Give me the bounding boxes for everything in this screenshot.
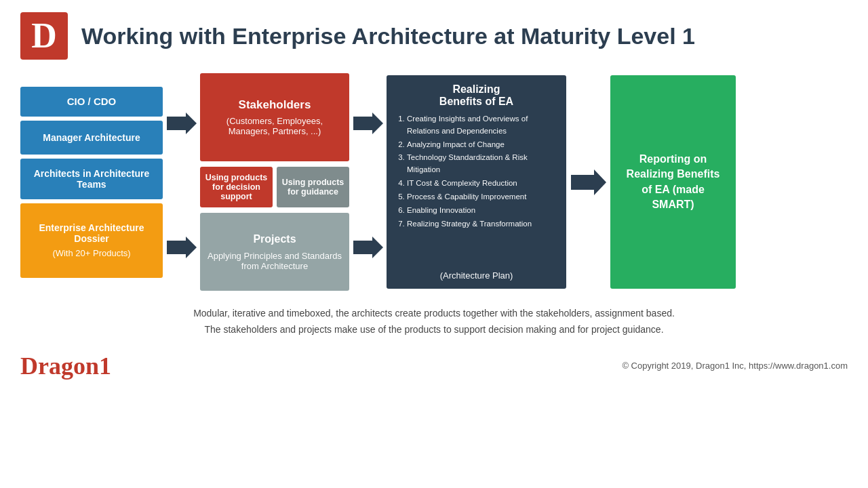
architects-box: Architects in Architecture Teams [20,159,163,199]
arrow2-top [353,113,383,134]
cio-box: CIO / CDO [20,87,163,117]
col4-text: Reporting on Realizing Benefits of EA (m… [620,152,726,213]
architects-label: Architects in Architecture Teams [27,168,156,190]
product-decision-box: Using products for decision support [200,167,273,207]
arrow-top [167,113,197,134]
arrow-bottom [167,237,197,258]
manager-box: Manager Architecture [20,121,163,155]
bottom-bar: Dragon1 © Copyright 2019, Dragon1 Inc, h… [0,346,868,380]
diagram: CIO / CDO Manager Architecture Architect… [0,73,868,291]
page-title: Working with Enterprise Architecture at … [81,23,695,49]
stakeholders-title: Stakeholders [239,98,311,112]
col1-roles: CIO / CDO Manager Architecture Architect… [20,87,163,278]
dossier-line1: Enterprise Architecture Dossier [27,222,156,244]
arrow1 [163,75,200,289]
projects-sub: Applying Principles and Standards from A… [207,251,342,271]
col3-list: Creating Insights and Overviews of Relat… [396,113,557,266]
arrow2-bottom [353,237,383,258]
col3-title-line1: Realizing [452,83,500,95]
col3-footer: (Architecture Plan) [396,270,557,281]
col3-title-line2: Benefits of EA [439,96,513,107]
benefit-item-7: Realizing Strategy & Transformation [407,218,557,230]
arrow2 [349,75,387,289]
copyright: © Copyright 2019, Dragon1 Inc, https://w… [622,361,848,371]
col4-reporting: Reporting on Realizing Benefits of EA (m… [610,75,736,289]
benefit-item-2: Analyzing Impact of Change [407,139,557,151]
stakeholders-box: Stakeholders (Customers, Employees, Mana… [200,73,349,161]
benefit-item-3: Technology Standardization & Risk Mitiga… [407,152,557,176]
svg-marker-0 [167,113,197,134]
col3-title: Realizing Benefits of EA [396,83,557,108]
svg-marker-2 [353,113,383,134]
benefit-item-6: Enabling Innovation [407,205,557,217]
arrow-bottom-svg [167,237,197,258]
stakeholders-sub: (Customers, Employees, Managers, Partner… [207,116,342,136]
projects-title: Projects [253,233,296,245]
manager-label: Manager Architecture [43,132,140,143]
dossier-line2: (With 20+ Products) [52,248,130,258]
dossier-box: Enterprise Architecture Dossier (With 20… [20,203,163,278]
logo-box: D [20,12,68,60]
brand-name: Dragon1 [20,352,111,380]
benefit-item-5: Process & Capability Improvement [407,191,557,203]
product-guidance-label: Using products for guidance [280,178,346,197]
col3-benefits: Realizing Benefits of EA Creating Insigh… [387,75,566,289]
col2-center: Stakeholders (Customers, Employees, Mana… [200,73,349,291]
benefit-item-4: IT Cost & Complexity Reduction [407,178,557,190]
svg-marker-1 [167,237,197,258]
footer-line2: The stakeholders and projects make use o… [0,322,868,338]
projects-box: Projects Applying Principles and Standar… [200,213,349,291]
arrow-large-svg [571,169,606,195]
product-decision-label: Using products for decision support [203,173,269,201]
arrow2-top-svg [353,113,383,134]
cio-label: CIO / CDO [67,96,117,107]
products-row: Using products for decision support Usin… [200,167,349,207]
footer-line1: Modular, iterative and timeboxed, the ar… [0,306,868,322]
arrow-large [566,169,610,195]
header: D Working with Enterprise Architecture a… [0,0,868,66]
arrow-top-svg [167,113,197,134]
product-guidance-box: Using products for guidance [277,167,349,207]
benefit-item-1: Creating Insights and Overviews of Relat… [407,113,557,138]
svg-marker-4 [571,169,606,195]
logo-letter: D [31,18,57,54]
arrow2-bottom-svg [353,237,383,258]
footer-text: Modular, iterative and timeboxed, the ar… [0,306,868,338]
svg-marker-3 [353,237,383,258]
